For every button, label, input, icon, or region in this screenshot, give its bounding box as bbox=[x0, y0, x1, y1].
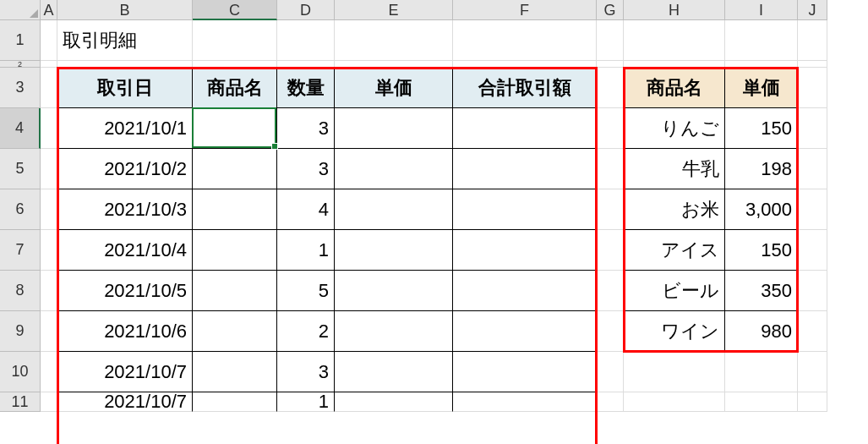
main-qty-10[interactable]: 3 bbox=[277, 352, 335, 392]
lookup-price-4[interactable]: 150 bbox=[725, 108, 798, 149]
row-header-5[interactable]: 5 bbox=[0, 149, 41, 189]
cell-H10[interactable] bbox=[624, 352, 725, 392]
cell-J6[interactable] bbox=[798, 189, 827, 230]
row-header-2[interactable]: 2 bbox=[0, 61, 41, 68]
cell-J9[interactable] bbox=[798, 311, 827, 352]
row-header-3[interactable]: 3 bbox=[0, 68, 41, 108]
main-name-6[interactable] bbox=[193, 189, 277, 230]
main-qty-9[interactable]: 2 bbox=[277, 311, 335, 352]
row-header-9[interactable]: 9 bbox=[0, 311, 41, 352]
column-header-A[interactable]: A bbox=[41, 0, 57, 20]
column-header-G[interactable]: G bbox=[597, 0, 624, 20]
spreadsheet-grid[interactable]: ABCDEFGHIJ1取引明細23取引日商品名数量単価合計取引額商品名単価420… bbox=[0, 0, 868, 444]
cell-J1[interactable] bbox=[798, 20, 827, 61]
cell-G8[interactable] bbox=[597, 271, 624, 311]
cell-C2[interactable] bbox=[193, 61, 277, 68]
main-qty-6[interactable]: 4 bbox=[277, 189, 335, 230]
cell-G9[interactable] bbox=[597, 311, 624, 352]
main-name-5[interactable] bbox=[193, 149, 277, 189]
main-total-10[interactable] bbox=[453, 352, 597, 392]
lookup-price-9[interactable]: 980 bbox=[725, 311, 798, 352]
lookup-name-9[interactable]: ワイン bbox=[624, 311, 725, 352]
main-price-6[interactable] bbox=[335, 189, 453, 230]
main-price-4[interactable] bbox=[335, 108, 453, 149]
cell-A7[interactable] bbox=[41, 230, 57, 271]
main-name-11[interactable] bbox=[193, 392, 277, 412]
main-total-5[interactable] bbox=[453, 149, 597, 189]
main-header-price[interactable]: 単価 bbox=[335, 68, 453, 108]
cell-F1[interactable] bbox=[453, 20, 597, 61]
cell-G11[interactable] bbox=[597, 392, 624, 412]
main-price-11[interactable] bbox=[335, 392, 453, 412]
main-qty-11[interactable]: 1 bbox=[277, 392, 335, 412]
main-total-9[interactable] bbox=[453, 311, 597, 352]
main-name-8[interactable] bbox=[193, 271, 277, 311]
cell-J8[interactable] bbox=[798, 271, 827, 311]
main-total-6[interactable] bbox=[453, 189, 597, 230]
main-total-11[interactable] bbox=[453, 392, 597, 412]
main-total-7[interactable] bbox=[453, 230, 597, 271]
column-header-E[interactable]: E bbox=[335, 0, 453, 20]
cell-A5[interactable] bbox=[41, 149, 57, 189]
cell-G1[interactable] bbox=[597, 20, 624, 61]
cell-A8[interactable] bbox=[41, 271, 57, 311]
main-date-10[interactable]: 2021/10/7 bbox=[57, 352, 193, 392]
cell-C1[interactable] bbox=[193, 20, 277, 61]
main-header-qty[interactable]: 数量 bbox=[277, 68, 335, 108]
cell-G2[interactable] bbox=[597, 61, 624, 68]
main-total-8[interactable] bbox=[453, 271, 597, 311]
cell-J2[interactable] bbox=[798, 61, 827, 68]
cell-F2[interactable] bbox=[453, 61, 597, 68]
lookup-name-4[interactable]: りんご bbox=[624, 108, 725, 149]
cell-A6[interactable] bbox=[41, 189, 57, 230]
lookup-price-8[interactable]: 350 bbox=[725, 271, 798, 311]
main-header-date[interactable]: 取引日 bbox=[57, 68, 193, 108]
main-date-4[interactable]: 2021/10/1 bbox=[57, 108, 193, 149]
main-price-10[interactable] bbox=[335, 352, 453, 392]
cell-G10[interactable] bbox=[597, 352, 624, 392]
cell-E1[interactable] bbox=[335, 20, 453, 61]
cell-B2[interactable] bbox=[57, 61, 193, 68]
lookup-name-8[interactable]: ビール bbox=[624, 271, 725, 311]
column-header-F[interactable]: F bbox=[453, 0, 597, 20]
lookup-header-name[interactable]: 商品名 bbox=[624, 68, 725, 108]
cell-J3[interactable] bbox=[798, 68, 827, 108]
column-header-D[interactable]: D bbox=[277, 0, 335, 20]
column-header-B[interactable]: B bbox=[57, 0, 193, 20]
select-all-corner[interactable] bbox=[0, 0, 41, 20]
main-qty-7[interactable]: 1 bbox=[277, 230, 335, 271]
main-price-8[interactable] bbox=[335, 271, 453, 311]
lookup-price-6[interactable]: 3,000 bbox=[725, 189, 798, 230]
row-header-1[interactable]: 1 bbox=[0, 20, 41, 61]
cell-H2[interactable] bbox=[624, 61, 725, 68]
main-qty-8[interactable]: 5 bbox=[277, 271, 335, 311]
cell-G3[interactable] bbox=[597, 68, 624, 108]
cell-A4[interactable] bbox=[41, 108, 57, 149]
cell-A1[interactable] bbox=[41, 20, 57, 61]
main-date-5[interactable]: 2021/10/2 bbox=[57, 149, 193, 189]
main-total-4[interactable] bbox=[453, 108, 597, 149]
cell-G7[interactable] bbox=[597, 230, 624, 271]
cell-I11[interactable] bbox=[725, 392, 798, 412]
row-header-10[interactable]: 10 bbox=[0, 352, 41, 392]
cell-A10[interactable] bbox=[41, 352, 57, 392]
row-header-6[interactable]: 6 bbox=[0, 189, 41, 230]
cell-J10[interactable] bbox=[798, 352, 827, 392]
main-price-7[interactable] bbox=[335, 230, 453, 271]
cell-A2[interactable] bbox=[41, 61, 57, 68]
cell-J7[interactable] bbox=[798, 230, 827, 271]
row-header-7[interactable]: 7 bbox=[0, 230, 41, 271]
column-header-C[interactable]: C bbox=[193, 0, 277, 20]
column-header-H[interactable]: H bbox=[624, 0, 725, 20]
cell-J11[interactable] bbox=[798, 392, 827, 412]
cell-J5[interactable] bbox=[798, 149, 827, 189]
column-header-J[interactable]: J bbox=[798, 0, 827, 20]
column-header-I[interactable]: I bbox=[725, 0, 798, 20]
main-name-9[interactable] bbox=[193, 311, 277, 352]
main-price-9[interactable] bbox=[335, 311, 453, 352]
cell-I2[interactable] bbox=[725, 61, 798, 68]
main-qty-4[interactable]: 3 bbox=[277, 108, 335, 149]
lookup-name-6[interactable]: お米 bbox=[624, 189, 725, 230]
main-name-10[interactable] bbox=[193, 352, 277, 392]
cell-I1[interactable] bbox=[725, 20, 798, 61]
